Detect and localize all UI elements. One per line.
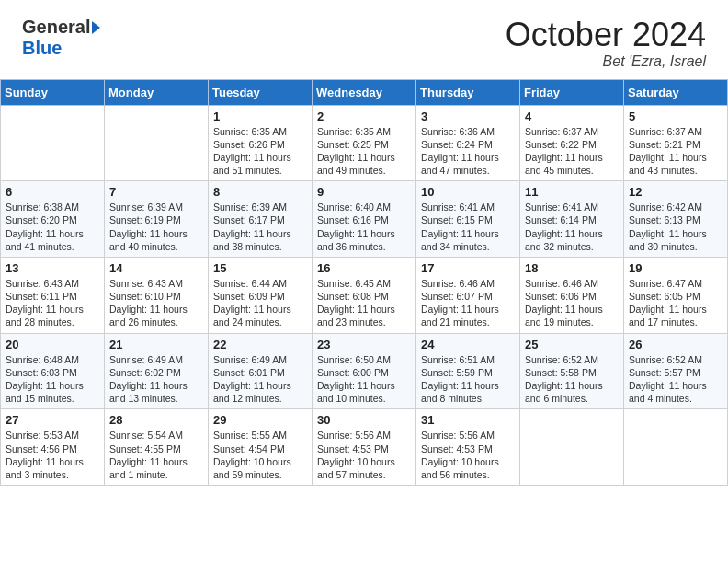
day-number: 28 — [109, 413, 203, 427]
calendar-cell: 9Sunrise: 6:40 AM Sunset: 6:16 PM Daylig… — [313, 181, 416, 258]
month-title: October 2024 — [506, 17, 706, 53]
day-info: Sunrise: 6:47 AM Sunset: 6:05 PM Dayligh… — [629, 277, 722, 329]
title-block: October 2024 Bet 'Ezra, Israel — [506, 17, 706, 70]
day-number: 18 — [525, 261, 619, 275]
calendar-cell: 5Sunrise: 6:37 AM Sunset: 6:21 PM Daylig… — [624, 105, 728, 181]
day-info: Sunrise: 6:38 AM Sunset: 6:20 PM Dayligh… — [6, 201, 99, 253]
day-info: Sunrise: 5:55 AM Sunset: 4:54 PM Dayligh… — [213, 429, 307, 481]
day-number: 12 — [629, 185, 722, 199]
day-number: 27 — [6, 413, 99, 427]
calendar-header-row: SundayMondayTuesdayWednesdayThursdayFrid… — [1, 79, 728, 105]
day-number: 29 — [213, 413, 307, 427]
day-number: 9 — [317, 185, 411, 199]
calendar-cell: 18Sunrise: 6:46 AM Sunset: 6:06 PM Dayli… — [520, 257, 624, 333]
day-number: 8 — [213, 185, 307, 199]
calendar-cell: 29Sunrise: 5:55 AM Sunset: 4:54 PM Dayli… — [209, 409, 313, 486]
calendar-cell: 3Sunrise: 6:36 AM Sunset: 6:24 PM Daylig… — [416, 105, 520, 181]
day-number: 15 — [213, 261, 307, 275]
day-of-week-saturday: Saturday — [624, 79, 728, 105]
calendar-cell: 4Sunrise: 6:37 AM Sunset: 6:22 PM Daylig… — [520, 105, 624, 181]
day-info: Sunrise: 6:52 AM Sunset: 5:57 PM Dayligh… — [629, 353, 722, 406]
day-info: Sunrise: 6:50 AM Sunset: 6:00 PM Dayligh… — [317, 353, 411, 406]
day-info: Sunrise: 6:35 AM Sunset: 6:25 PM Dayligh… — [317, 125, 411, 178]
day-number: 14 — [109, 261, 203, 275]
location-title: Bet 'Ezra, Israel — [506, 53, 706, 70]
day-number: 16 — [317, 261, 411, 275]
calendar-cell: 2Sunrise: 6:35 AM Sunset: 6:25 PM Daylig… — [313, 105, 416, 181]
day-number: 2 — [317, 109, 411, 123]
day-number: 20 — [6, 338, 99, 351]
day-number: 6 — [6, 185, 99, 199]
day-of-week-wednesday: Wednesday — [313, 79, 416, 105]
day-number: 13 — [6, 261, 99, 275]
day-info: Sunrise: 6:46 AM Sunset: 6:07 PM Dayligh… — [421, 277, 515, 329]
calendar-cell: 15Sunrise: 6:44 AM Sunset: 6:09 PM Dayli… — [209, 257, 313, 333]
calendar-cell: 12Sunrise: 6:42 AM Sunset: 6:13 PM Dayli… — [624, 181, 728, 258]
calendar-cell: 26Sunrise: 6:52 AM Sunset: 5:57 PM Dayli… — [624, 333, 728, 409]
day-of-week-sunday: Sunday — [1, 79, 105, 105]
day-info: Sunrise: 6:37 AM Sunset: 6:22 PM Dayligh… — [525, 125, 619, 178]
calendar-cell: 28Sunrise: 5:54 AM Sunset: 4:55 PM Dayli… — [105, 409, 209, 486]
day-info: Sunrise: 6:36 AM Sunset: 6:24 PM Dayligh… — [421, 125, 515, 178]
logo-blue: Blue — [22, 38, 62, 58]
calendar-cell: 31Sunrise: 5:56 AM Sunset: 4:53 PM Dayli… — [416, 409, 520, 486]
logo-general: General — [22, 17, 90, 38]
day-of-week-tuesday: Tuesday — [209, 79, 313, 105]
calendar-cell: 22Sunrise: 6:49 AM Sunset: 6:01 PM Dayli… — [209, 333, 313, 409]
day-info: Sunrise: 6:40 AM Sunset: 6:16 PM Dayligh… — [317, 201, 411, 253]
day-info: Sunrise: 6:35 AM Sunset: 6:26 PM Dayligh… — [213, 125, 307, 178]
calendar-week-row: 1Sunrise: 6:35 AM Sunset: 6:26 PM Daylig… — [1, 105, 728, 181]
day-number: 24 — [421, 338, 515, 351]
day-number: 4 — [525, 109, 619, 123]
day-number: 11 — [525, 185, 619, 199]
day-info: Sunrise: 6:41 AM Sunset: 6:15 PM Dayligh… — [421, 201, 515, 253]
day-number: 23 — [317, 338, 411, 351]
day-number: 17 — [421, 261, 515, 275]
day-number: 30 — [317, 413, 411, 427]
calendar-cell: 13Sunrise: 6:43 AM Sunset: 6:11 PM Dayli… — [1, 257, 105, 333]
calendar-week-row: 20Sunrise: 6:48 AM Sunset: 6:03 PM Dayli… — [1, 333, 728, 409]
page-header: General Blue October 2024 Bet 'Ezra, Isr… — [0, 0, 728, 79]
day-info: Sunrise: 6:39 AM Sunset: 6:19 PM Dayligh… — [109, 201, 203, 253]
calendar-wrapper: SundayMondayTuesdayWednesdayThursdayFrid… — [0, 79, 728, 495]
logo-triangle-icon — [92, 21, 100, 34]
day-number: 1 — [213, 109, 307, 123]
day-info: Sunrise: 6:49 AM Sunset: 6:02 PM Dayligh… — [109, 353, 203, 406]
day-of-week-monday: Monday — [105, 79, 209, 105]
calendar-table: SundayMondayTuesdayWednesdayThursdayFrid… — [0, 79, 728, 486]
day-number: 21 — [109, 338, 203, 351]
calendar-week-row: 6Sunrise: 6:38 AM Sunset: 6:20 PM Daylig… — [1, 181, 728, 258]
calendar-cell: 25Sunrise: 6:52 AM Sunset: 5:58 PM Dayli… — [520, 333, 624, 409]
calendar-cell: 6Sunrise: 6:38 AM Sunset: 6:20 PM Daylig… — [1, 181, 105, 258]
day-info: Sunrise: 5:53 AM Sunset: 4:56 PM Dayligh… — [6, 429, 99, 481]
day-number: 19 — [629, 261, 722, 275]
day-info: Sunrise: 6:37 AM Sunset: 6:21 PM Dayligh… — [629, 125, 722, 178]
day-number: 7 — [109, 185, 203, 199]
day-info: Sunrise: 6:41 AM Sunset: 6:14 PM Dayligh… — [525, 201, 619, 253]
day-info: Sunrise: 6:45 AM Sunset: 6:08 PM Dayligh… — [317, 277, 411, 329]
logo: General Blue — [22, 17, 100, 59]
day-of-week-friday: Friday — [520, 79, 624, 105]
calendar-cell: 1Sunrise: 6:35 AM Sunset: 6:26 PM Daylig… — [209, 105, 313, 181]
day-of-week-thursday: Thursday — [416, 79, 520, 105]
calendar-cell: 16Sunrise: 6:45 AM Sunset: 6:08 PM Dayli… — [313, 257, 416, 333]
day-info: Sunrise: 6:46 AM Sunset: 6:06 PM Dayligh… — [525, 277, 619, 329]
day-number: 3 — [421, 109, 515, 123]
calendar-cell: 8Sunrise: 6:39 AM Sunset: 6:17 PM Daylig… — [209, 181, 313, 258]
calendar-cell: 11Sunrise: 6:41 AM Sunset: 6:14 PM Dayli… — [520, 181, 624, 258]
day-number: 25 — [525, 338, 619, 351]
calendar-cell: 7Sunrise: 6:39 AM Sunset: 6:19 PM Daylig… — [105, 181, 209, 258]
calendar-cell — [624, 409, 728, 486]
day-number: 10 — [421, 185, 515, 199]
day-number: 5 — [629, 109, 722, 123]
calendar-cell: 30Sunrise: 5:56 AM Sunset: 4:53 PM Dayli… — [313, 409, 416, 486]
day-info: Sunrise: 6:42 AM Sunset: 6:13 PM Dayligh… — [629, 201, 722, 253]
day-info: Sunrise: 6:52 AM Sunset: 5:58 PM Dayligh… — [525, 353, 619, 406]
day-info: Sunrise: 5:56 AM Sunset: 4:53 PM Dayligh… — [317, 429, 411, 481]
calendar-cell: 19Sunrise: 6:47 AM Sunset: 6:05 PM Dayli… — [624, 257, 728, 333]
calendar-cell: 27Sunrise: 5:53 AM Sunset: 4:56 PM Dayli… — [1, 409, 105, 486]
day-info: Sunrise: 6:43 AM Sunset: 6:10 PM Dayligh… — [109, 277, 203, 329]
day-info: Sunrise: 6:48 AM Sunset: 6:03 PM Dayligh… — [6, 353, 99, 406]
day-info: Sunrise: 6:39 AM Sunset: 6:17 PM Dayligh… — [213, 201, 307, 253]
day-info: Sunrise: 6:43 AM Sunset: 6:11 PM Dayligh… — [6, 277, 99, 329]
